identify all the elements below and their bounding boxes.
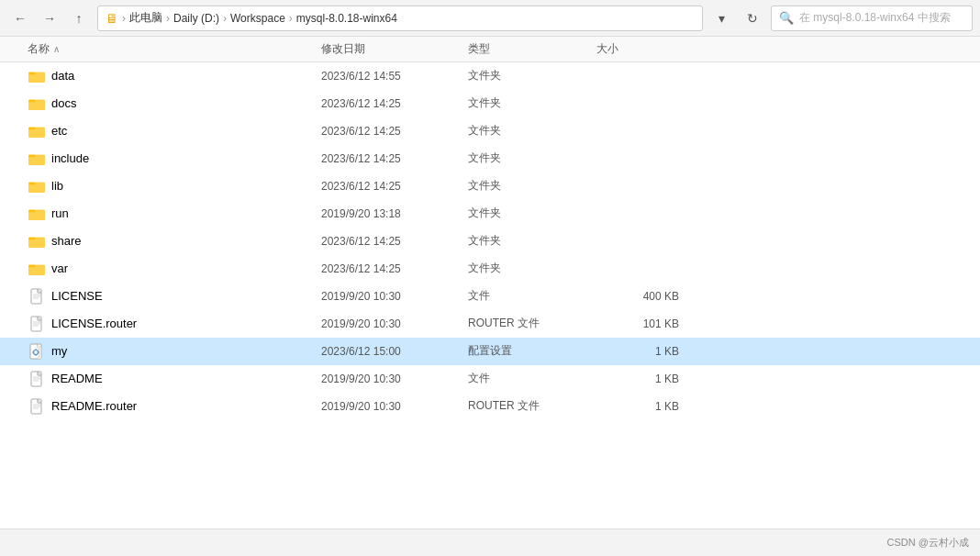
table-row[interactable]: docs2023/6/12 14:25文件夹 [0, 90, 980, 117]
file-date: 2023/6/12 14:25 [321, 125, 468, 138]
file-date: 2023/6/12 14:25 [321, 262, 468, 275]
file-size: 1 KB [596, 373, 688, 385]
table-row[interactable]: lib2023/6/12 14:25文件夹 [0, 172, 980, 200]
svg-rect-3 [28, 72, 35, 74]
file-name: run [51, 206, 321, 220]
file-type: 文件 [468, 288, 596, 304]
svg-rect-10 [28, 128, 45, 137]
file-icon [28, 316, 46, 332]
file-name: LICENSE.router [51, 317, 321, 330]
file-size: 1 KB [596, 400, 688, 413]
file-name: README.router [51, 399, 321, 413]
file-name: var [51, 261, 321, 275]
breadcrumb-workspace[interactable]: Workspace [230, 12, 285, 25]
folder-icon [28, 68, 46, 84]
file-type: ROUTER 文件 [468, 398, 596, 414]
refresh-button[interactable]: ↻ [740, 6, 765, 31]
table-row[interactable]: LICENSE2019/9/20 10:30文件400 KB [0, 283, 980, 310]
dropdown-button[interactable]: ▾ [708, 6, 734, 31]
breadcrumb[interactable]: 🖥 › 此电脑 › Daily (D:) › Workspace › mysql… [97, 6, 703, 31]
file-date: 2023/6/12 14:25 [321, 152, 468, 165]
col-size-header[interactable]: 大小 [596, 41, 688, 57]
svg-rect-15 [28, 154, 35, 157]
file-name: include [51, 151, 321, 165]
svg-rect-23 [28, 209, 35, 212]
file-name: README [51, 372, 321, 385]
table-row[interactable]: include2023/6/12 14:25文件夹 [0, 145, 980, 172]
file-name: data [51, 69, 321, 83]
file-type: 配置设置 [468, 343, 596, 359]
svg-rect-2 [28, 73, 45, 82]
svg-rect-18 [28, 183, 45, 192]
col-date-header[interactable]: 修改日期 [321, 41, 468, 57]
file-size: 400 KB [596, 290, 688, 303]
breadcrumb-computer[interactable]: 此电脑 [129, 10, 162, 26]
file-icon [28, 288, 46, 305]
settings-file-icon [28, 343, 46, 360]
folder-icon [28, 150, 46, 167]
file-size: 101 KB [596, 317, 688, 330]
file-size: 1 KB [596, 345, 688, 358]
file-date: 2023/6/12 14:55 [321, 70, 468, 83]
file-name: etc [51, 124, 321, 138]
sort-arrow: ∧ [53, 44, 60, 54]
file-type: 文件夹 [468, 68, 596, 83]
forward-button[interactable]: → [37, 6, 62, 31]
file-type: 文件夹 [468, 261, 596, 276]
table-row[interactable]: README2019/9/20 10:30文件1 KB [0, 365, 980, 393]
svg-rect-19 [28, 182, 35, 184]
svg-rect-30 [28, 266, 45, 274]
svg-rect-26 [28, 239, 45, 247]
table-row[interactable]: my2023/6/12 15:00配置设置1 KB [0, 338, 980, 365]
up-button[interactable]: ↑ [66, 6, 92, 31]
file-date: 2019/9/20 10:30 [321, 373, 468, 385]
file-date: 2023/6/12 14:25 [321, 235, 468, 248]
file-date: 2019/9/20 10:30 [321, 317, 468, 330]
file-date: 2023/6/12 15:00 [321, 345, 468, 358]
file-list: data2023/6/12 14:55文件夹 docs2023/6/12 14:… [0, 62, 980, 528]
file-name: my [51, 344, 321, 358]
search-placeholder: 在 mysql-8.0.18-winx64 中搜索 [799, 10, 951, 26]
svg-rect-31 [28, 264, 35, 267]
file-date: 2023/6/12 14:25 [321, 180, 468, 193]
table-row[interactable]: share2023/6/12 14:25文件夹 [0, 228, 980, 255]
file-name: docs [51, 96, 321, 110]
col-type-header[interactable]: 类型 [468, 41, 596, 57]
file-type: 文件 [468, 371, 596, 386]
svg-rect-27 [28, 237, 35, 239]
table-row[interactable]: LICENSE.router2019/9/20 10:30ROUTER 文件10… [0, 310, 980, 338]
file-type: 文件夹 [468, 233, 596, 249]
svg-rect-6 [28, 101, 45, 109]
svg-rect-22 [28, 211, 45, 219]
file-name: lib [51, 179, 321, 193]
col-name-header[interactable]: 名称 ∧ [28, 41, 321, 57]
watermark: CSDN @云村小成 [887, 536, 969, 550]
folder-icon [28, 123, 46, 139]
file-date: 2019/9/20 10:30 [321, 400, 468, 413]
file-type: 文件夹 [468, 178, 596, 194]
table-row[interactable]: data2023/6/12 14:55文件夹 [0, 62, 980, 90]
table-row[interactable]: var2023/6/12 14:25文件夹 [0, 255, 980, 283]
file-name: share [51, 234, 321, 248]
file-type: 文件夹 [468, 95, 596, 111]
back-button[interactable]: ← [7, 6, 33, 31]
file-date: 2019/9/20 13:18 [321, 207, 468, 220]
file-type: 文件夹 [468, 123, 596, 139]
file-date: 2023/6/12 14:25 [321, 97, 468, 110]
file-date: 2019/9/20 10:30 [321, 290, 468, 303]
table-row[interactable]: README.router2019/9/20 10:30ROUTER 文件1 K… [0, 393, 980, 420]
file-type: 文件夹 [468, 150, 596, 166]
svg-rect-11 [28, 127, 35, 129]
breadcrumb-mysql[interactable]: mysql-8.0.18-winx64 [296, 12, 397, 25]
svg-rect-14 [28, 156, 45, 164]
file-type: ROUTER 文件 [468, 316, 596, 331]
folder-icon [28, 233, 46, 250]
search-box[interactable]: 🔍 在 mysql-8.0.18-winx64 中搜索 [771, 6, 973, 31]
folder-icon [28, 206, 46, 222]
file-type: 文件夹 [468, 206, 596, 221]
table-row[interactable]: etc2023/6/12 14:25文件夹 [0, 117, 980, 145]
breadcrumb-drive[interactable]: Daily (D:) [173, 12, 219, 25]
file-name: LICENSE [51, 289, 321, 303]
table-row[interactable]: run2019/9/20 13:18文件夹 [0, 200, 980, 228]
folder-icon [28, 261, 46, 277]
